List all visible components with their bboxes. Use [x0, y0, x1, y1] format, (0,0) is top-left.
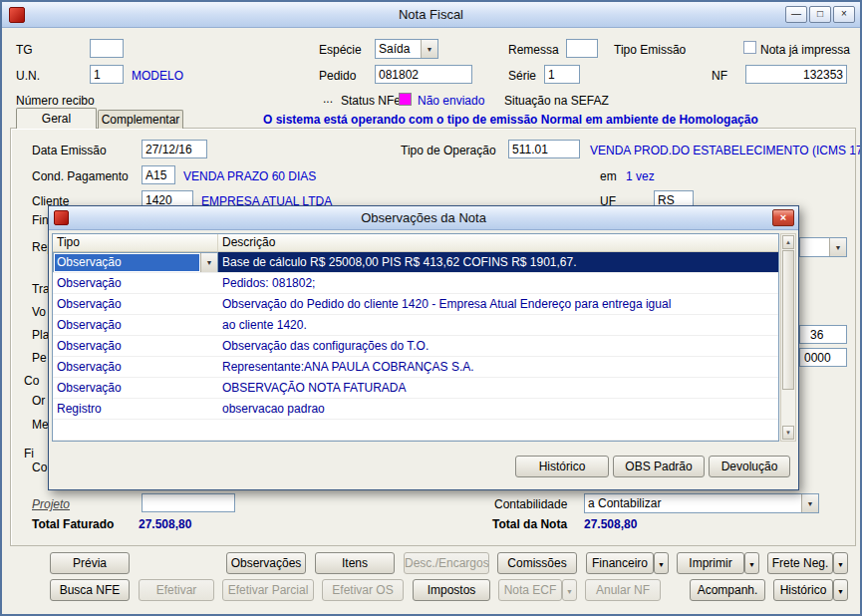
- status-nfe-label: Status NFe: [341, 94, 401, 108]
- chevron-down-icon: ▼: [829, 238, 846, 256]
- chevron-down-icon: ▼: [837, 588, 844, 595]
- scroll-down-icon[interactable]: ▼: [782, 426, 794, 440]
- imprimir-dropdown-button[interactable]: ▼: [744, 552, 759, 574]
- maximize-icon: □: [817, 8, 823, 19]
- financeiro-group-label-fragment: Fi: [24, 447, 34, 461]
- row-tipo: Registro: [53, 399, 218, 419]
- scroll-up-icon[interactable]: ▲: [782, 235, 794, 249]
- table-row[interactable]: Registro observacao padrao: [53, 399, 778, 420]
- remessa-label: Remessa: [508, 43, 559, 57]
- placa-label-fragment: Pla: [32, 328, 49, 342]
- chevron-down-icon: ▼: [421, 40, 437, 58]
- nf-input[interactable]: [745, 65, 847, 84]
- pedido-label: Pedido: [319, 69, 356, 83]
- row-descricao: observacao padrao: [218, 399, 778, 419]
- projeto-label: Projeto: [32, 497, 70, 511]
- modal-title: Observações da Nota: [49, 210, 798, 225]
- serie-input[interactable]: [544, 65, 580, 84]
- group-label-fragment: Co: [24, 374, 39, 388]
- scrollbar-thumb[interactable]: [782, 250, 794, 390]
- row-descricao: [218, 420, 778, 440]
- tg-input[interactable]: [90, 39, 124, 58]
- representante-select-fragment[interactable]: ▼: [799, 237, 847, 257]
- previa-button[interactable]: Prévia: [50, 552, 130, 574]
- status-nfe-indicator: [399, 93, 412, 106]
- table-row[interactable]: [53, 420, 778, 441]
- peso-label-fragment: Pe: [32, 351, 47, 365]
- modal-close-button[interactable]: ×: [772, 209, 794, 226]
- total-faturado-value: 27.508,80: [139, 517, 191, 531]
- table-row[interactable]: Observação Pedidos: 081802;: [53, 273, 778, 294]
- nota-ja-impressa-checkbox[interactable]: [743, 41, 756, 54]
- table-scrollbar[interactable]: ▲ ▼: [780, 233, 796, 442]
- tipo-operacao-input[interactable]: [508, 140, 580, 158]
- row-tipo: Observação: [53, 357, 218, 377]
- close-button[interactable]: ×: [833, 6, 855, 23]
- frete-neg-dropdown-button[interactable]: ▼: [833, 552, 848, 574]
- table-header: Tipo Descrição: [53, 234, 778, 252]
- cond-pagamento-input[interactable]: [142, 165, 175, 184]
- minimize-button[interactable]: —: [785, 6, 807, 23]
- table-row[interactable]: Observação Observação do Pedido do clien…: [53, 294, 778, 315]
- nota-ecf-dropdown-button: ▼: [562, 579, 577, 601]
- pedido-input[interactable]: [375, 65, 472, 84]
- data-emissao-input[interactable]: [142, 140, 207, 158]
- column-header-descricao[interactable]: Descrição: [218, 234, 778, 251]
- table-row[interactable]: Observação ao cliente 1420.: [53, 315, 778, 336]
- un-desc: MODELO: [132, 69, 183, 83]
- row-tipo: Observação: [53, 378, 218, 398]
- row-descricao: ao cliente 1420.: [218, 315, 778, 335]
- efetivar-button: Efetivar: [139, 579, 214, 601]
- em-label: em: [600, 169, 617, 183]
- nf-label: NF: [712, 69, 727, 83]
- data-emissao-label: Data Emissão: [32, 144, 107, 157]
- financeiro-button[interactable]: Financeiro: [586, 552, 654, 574]
- comissoes-button[interactable]: Comissões: [497, 552, 577, 574]
- frete-neg-button[interactable]: Frete Neg.: [767, 552, 833, 574]
- peso-value-fragment[interactable]: [799, 348, 847, 367]
- maximize-button[interactable]: □: [809, 6, 831, 23]
- observacoes-button[interactable]: Observações: [226, 552, 306, 574]
- remessa-input[interactable]: [566, 39, 598, 58]
- observations-table: Tipo Descrição Observação ▼ Base de cálc…: [52, 233, 779, 442]
- contabilidade-select[interactable]: a Contabilizar ▼: [584, 493, 819, 513]
- table-row[interactable]: Observação Representante:ANA PAULA COBRA…: [53, 357, 778, 378]
- un-input[interactable]: [90, 65, 124, 84]
- tipo-operacao-label: Tipo de Operação: [401, 144, 496, 157]
- table-row[interactable]: Observação Observação das configurações …: [53, 336, 778, 357]
- row-tipo: Observação: [53, 336, 218, 356]
- modal-historico-button[interactable]: Histórico: [515, 456, 609, 477]
- column-header-tipo[interactable]: Tipo: [53, 234, 218, 251]
- tab-complementar[interactable]: Complementar: [98, 110, 183, 129]
- especie-select-value: Saída: [376, 40, 421, 58]
- projeto-input[interactable]: [142, 493, 235, 512]
- historico-button[interactable]: Histórico: [773, 579, 833, 601]
- acompanh-button[interactable]: Acompanh.: [690, 579, 765, 601]
- chevron-down-icon: ▼: [837, 561, 844, 568]
- modal-obs-padrao-button[interactable]: OBS Padrão: [613, 456, 705, 477]
- tipo-emissao-label: Tipo Emissão: [614, 43, 686, 57]
- especie-select[interactable]: Saída ▼: [375, 39, 438, 59]
- desc-encargos-button: Desc./Encargos: [404, 552, 489, 574]
- row-descricao: Base de cálculo R$ 25008,00 PIS R$ 413,6…: [218, 252, 778, 272]
- historico-dropdown-button[interactable]: ▼: [833, 579, 848, 601]
- placa-value-fragment[interactable]: [799, 325, 847, 344]
- impostos-button[interactable]: Impostos: [413, 579, 490, 601]
- status-nfe-value: Não enviado: [418, 94, 484, 108]
- busca-nfe-button[interactable]: Busca NFE: [50, 579, 130, 601]
- modal-devolucao-button[interactable]: Devolução: [709, 456, 790, 477]
- imprimir-button[interactable]: Imprimir: [677, 552, 744, 574]
- mensagem-label-fragment: Me: [32, 418, 49, 432]
- tipo-combobox[interactable]: Observação ▼: [53, 252, 218, 272]
- close-icon: ×: [780, 211, 786, 223]
- financeiro-dropdown-button[interactable]: ▼: [654, 552, 669, 574]
- table-row[interactable]: Observação ▼ Base de cálculo R$ 25008,00…: [53, 252, 778, 273]
- un-label: U.N.: [16, 69, 40, 83]
- em-value: 1 vez: [626, 169, 655, 183]
- recibo-dots-button[interactable]: ...: [323, 92, 333, 106]
- modal-titlebar: Observações da Nota ×: [49, 206, 798, 230]
- itens-button[interactable]: Itens: [315, 552, 395, 574]
- chevron-down-icon[interactable]: ▼: [200, 253, 217, 272]
- tab-geral[interactable]: Geral: [16, 108, 97, 129]
- table-row[interactable]: Observação OBSERVAÇÃO NOTA FATURADA: [53, 378, 778, 399]
